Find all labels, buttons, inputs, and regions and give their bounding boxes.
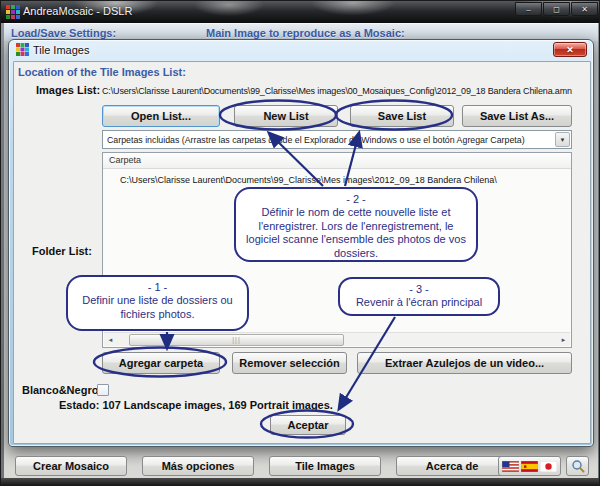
window-controls: – ◻ ✕	[515, 2, 598, 16]
images-list-path: C:\Users\Clarisse Laurent\Documents\99_C…	[102, 86, 572, 96]
callout-2: - 2 - Définir le nom de cette nouvelle l…	[234, 187, 478, 262]
callout-3: - 3 - Revenir à l'écran principal	[338, 277, 500, 316]
horizontal-scrollbar[interactable]: ◄ ||| ►	[104, 332, 570, 346]
blanco-negro-label: Blanco&Negro:	[22, 384, 102, 396]
load-save-settings-label: Load/Save Settings:	[11, 27, 116, 39]
aceptar-button[interactable]: Aceptar	[270, 415, 346, 435]
tile-images-button[interactable]: Tile Images	[269, 456, 381, 476]
window-bottom-edge	[1, 478, 600, 486]
language-selector-button[interactable]	[498, 456, 561, 476]
callout-2-text: Définir le nom de cette nouvelle liste e…	[246, 206, 466, 258]
remover-seleccion-button[interactable]: Remover selección	[232, 352, 347, 374]
spain-flag-icon	[521, 461, 538, 472]
magnifier-icon	[571, 459, 585, 473]
column-header-carpeta[interactable]: Carpeta	[103, 153, 571, 169]
scroll-right-icon[interactable]: ►	[557, 334, 570, 346]
callout-3-number: - 3 -	[348, 283, 490, 296]
callout-1-text: Definir une liste de dossiers ou fichier…	[82, 294, 232, 319]
crear-mosaico-button[interactable]: Crear Mosaico	[15, 456, 127, 476]
callout-3-text: Revenir à l'écran principal	[356, 296, 482, 308]
close-button[interactable]: ✕	[571, 2, 598, 16]
save-list-as-button[interactable]: Save List As...	[462, 105, 572, 127]
section-heading: Location of the Tile Images List:	[18, 66, 186, 78]
app-mosaic-icon	[6, 5, 20, 19]
japan-flag-icon	[540, 461, 557, 472]
us-flag-icon	[502, 461, 519, 472]
estado-status-text: Estado: 107 Landscape images, 169 Portra…	[59, 399, 333, 411]
main-image-label: Main Image to reproduce as a Mosaic:	[206, 27, 405, 39]
callout-1: - 1 - Definir une liste de dossiers ou f…	[66, 275, 249, 331]
chevron-down-icon[interactable]: ▼	[555, 132, 570, 147]
minimize-button[interactable]: –	[515, 2, 542, 16]
main-window-titlebar: AndreaMosaic - DSLR – ◻ ✕	[1, 1, 600, 23]
folder-list-row[interactable]: C:\Users\Clarisse Laurent\Documents\99_C…	[120, 175, 497, 185]
acerca-de-button[interactable]: Acerca de	[396, 456, 508, 476]
search-settings-button[interactable]	[566, 456, 589, 476]
window-left-edge	[1, 23, 4, 478]
scroll-left-icon[interactable]: ◄	[104, 334, 117, 346]
extraer-azulejos-button[interactable]: Extraer Azulejos de un video...	[357, 352, 572, 374]
scrollbar-thumb[interactable]: |||	[129, 334, 344, 346]
dialog-mosaic-icon	[16, 43, 29, 56]
dialog-title: Tile Images	[33, 44, 89, 56]
new-list-button[interactable]: New List	[234, 105, 338, 127]
folder-mode-dropdown[interactable]: Carpetas incluidas (Arrastre las carpeta…	[102, 130, 572, 149]
maximize-button[interactable]: ◻	[543, 2, 570, 16]
callout-2-number: - 2 -	[244, 193, 468, 206]
folder-mode-dropdown-value: Carpetas incluidas (Arrastre las carpeta…	[103, 135, 555, 145]
agregar-carpeta-button[interactable]: Agregar carpeta	[102, 352, 220, 374]
mas-opciones-button[interactable]: Más opciones	[142, 456, 254, 476]
save-list-button[interactable]: Save List	[350, 105, 454, 127]
open-list-button[interactable]: Open List...	[102, 105, 220, 127]
blanco-negro-checkbox[interactable]	[97, 384, 109, 396]
main-window-title: AndreaMosaic - DSLR	[23, 5, 132, 17]
scrollbar-track[interactable]: |||	[117, 334, 557, 346]
folder-list-label: Folder List:	[32, 245, 92, 257]
images-list-label: Images List:	[36, 84, 100, 96]
screen: AndreaMosaic - DSLR – ◻ ✕ Load/Save Sett…	[0, 0, 600, 486]
callout-1-number: - 1 -	[76, 281, 239, 294]
dialog-close-button[interactable]: ✕	[553, 42, 587, 57]
